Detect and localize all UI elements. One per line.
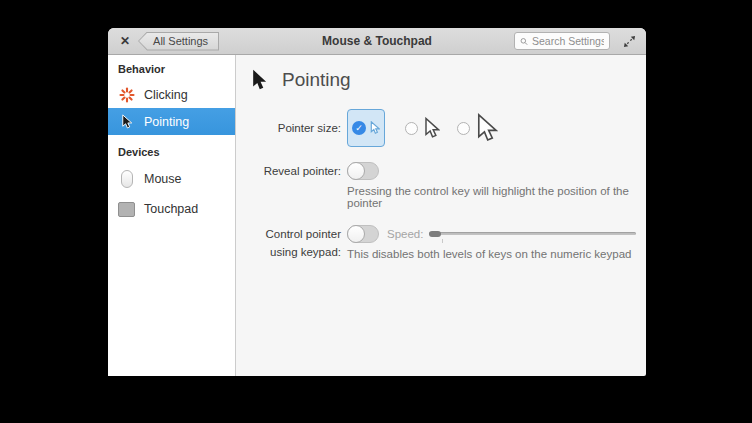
slider-handle[interactable] bbox=[429, 231, 441, 237]
pointing-panel: Pointing Pointer size: ✓ bbox=[236, 55, 646, 376]
pointer-size-option-small[interactable]: ✓ bbox=[347, 109, 385, 147]
pointing-header-cursor-icon bbox=[251, 69, 267, 91]
reveal-pointer-row: Reveal pointer: Pressing the control key… bbox=[236, 162, 638, 209]
titlebar: ✕ All Settings Mouse & Touchpad bbox=[108, 28, 646, 55]
sidebar-item-pointing[interactable]: Pointing bbox=[108, 108, 235, 135]
sidebar-section-devices: Devices bbox=[108, 135, 235, 164]
pointer-size-option-large[interactable] bbox=[457, 113, 498, 144]
sidebar-item-label: Touchpad bbox=[144, 202, 198, 216]
small-cursor-icon bbox=[370, 121, 380, 135]
speed-label: Speed: bbox=[387, 228, 423, 240]
sidebar-item-mouse[interactable]: Mouse bbox=[108, 164, 235, 194]
touchpad-icon bbox=[118, 202, 135, 217]
medium-cursor-icon bbox=[424, 117, 440, 140]
mouse-icon bbox=[118, 170, 135, 188]
keypad-pointer-row: Control pointer using keypad: Speed: bbox=[236, 225, 638, 261]
sidebar-item-label: Mouse bbox=[144, 172, 182, 186]
radio-unchecked-icon[interactable] bbox=[457, 122, 470, 135]
pointer-size-label: Pointer size: bbox=[236, 122, 341, 134]
search-field[interactable] bbox=[514, 32, 610, 50]
large-cursor-icon bbox=[476, 113, 498, 144]
toggle-knob bbox=[347, 225, 365, 243]
titlebar-right-group bbox=[514, 32, 646, 50]
search-input[interactable] bbox=[532, 35, 604, 47]
sidebar-section-behavior: Behavior bbox=[108, 63, 235, 81]
reveal-pointer-toggle[interactable] bbox=[347, 162, 379, 180]
radio-unchecked-icon[interactable] bbox=[405, 122, 418, 135]
all-settings-back-label: All Settings bbox=[139, 33, 218, 50]
keypad-pointer-description: This disables both levels of keys on the… bbox=[347, 248, 638, 260]
page-title: Pointing bbox=[282, 69, 351, 91]
clicking-burst-icon bbox=[118, 87, 135, 103]
sidebar-item-label: Clicking bbox=[144, 88, 188, 102]
maximize-icon[interactable] bbox=[623, 35, 636, 48]
reveal-pointer-label: Reveal pointer: bbox=[236, 162, 341, 209]
sidebar-item-touchpad[interactable]: Touchpad bbox=[108, 194, 235, 224]
page-header: Pointing bbox=[236, 65, 638, 95]
cursor-arrow-icon bbox=[118, 114, 135, 130]
toggle-knob bbox=[347, 162, 365, 180]
all-settings-back-button[interactable]: All Settings bbox=[138, 32, 219, 51]
pointer-size-row: Pointer size: ✓ bbox=[236, 109, 638, 147]
pointer-size-option-medium[interactable] bbox=[405, 117, 440, 140]
sidebar-item-clicking[interactable]: Clicking bbox=[108, 81, 235, 108]
close-icon[interactable]: ✕ bbox=[120, 35, 130, 47]
keypad-pointer-toggle[interactable] bbox=[347, 225, 379, 243]
slider-tick bbox=[442, 239, 443, 243]
pointer-size-options: ✓ bbox=[347, 109, 638, 147]
speed-slider[interactable] bbox=[429, 227, 636, 241]
slider-track[interactable] bbox=[429, 232, 636, 235]
sidebar-item-label: Pointing bbox=[144, 115, 189, 129]
radio-checked-icon[interactable]: ✓ bbox=[352, 121, 366, 135]
search-icon bbox=[520, 36, 528, 47]
keypad-pointer-label: Control pointer using keypad: bbox=[236, 225, 341, 261]
sidebar: Behavior bbox=[108, 55, 236, 376]
reveal-pointer-description: Pressing the control key will highlight … bbox=[347, 185, 638, 209]
settings-window: ✕ All Settings Mouse & Touchpad bbox=[108, 28, 646, 376]
